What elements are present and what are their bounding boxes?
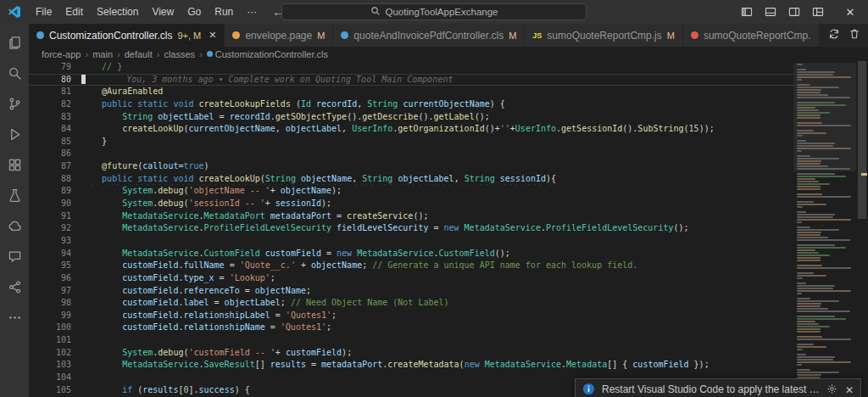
line-number[interactable]: 101	[29, 334, 81, 347]
code-line[interactable]: 88 public static void createLookUp(Strin…	[29, 173, 793, 186]
line-number[interactable]: 87	[29, 160, 81, 173]
code-line[interactable]: 86	[29, 148, 793, 160]
menu-go[interactable]: Go	[181, 3, 208, 20]
code-line[interactable]: 94 MetadataService.CustomField customFie…	[29, 248, 793, 260]
notification-close-icon[interactable]: ✕	[845, 384, 854, 396]
activity-salesforce-cloud-icon[interactable]	[0, 210, 29, 241]
line-number[interactable]: 98	[29, 297, 81, 310]
breadcrumb-item[interactable]: default	[125, 49, 153, 59]
activity-explorer-icon[interactable]	[0, 27, 29, 58]
line-number[interactable]: 105	[29, 384, 81, 397]
line-number[interactable]: 93	[29, 235, 81, 248]
code-line[interactable]: 101	[29, 334, 793, 347]
close-icon[interactable]: ✕	[839, 3, 861, 21]
breadcrumb-item[interactable]: classes	[164, 49, 195, 59]
code-line[interactable]: 92 MetadataService.ProfileFieldLevelSecu…	[29, 222, 793, 235]
code-line[interactable]: 103 MetadataService.SaveResult[] results…	[29, 359, 793, 372]
line-number[interactable]: 86	[29, 148, 81, 160]
line-number[interactable]: 96	[29, 272, 81, 285]
line-number[interactable]: 94	[29, 248, 81, 260]
line-number[interactable]: 92	[29, 222, 81, 235]
menu-run[interactable]: Run	[208, 3, 240, 20]
code-line[interactable]: 98 customField.label = objectLabel; // N…	[29, 297, 793, 310]
notification-settings-icon[interactable]	[826, 383, 837, 397]
tab-customizationcontroller-cls[interactable]: CustomizationController.cls9+, M✕	[29, 24, 225, 47]
scrollbar-thumb[interactable]	[858, 61, 866, 219]
breadcrumb-item[interactable]: CustomizationController.cls	[207, 49, 328, 59]
line-number[interactable]: 88	[29, 173, 81, 186]
activity-more-icon[interactable]	[0, 302, 29, 333]
menu-more[interactable]: ···	[240, 3, 264, 20]
tab-label: envelope.page	[245, 30, 312, 42]
code-line[interactable]: 84 createLookUp(currentObjectName, objec…	[29, 123, 793, 136]
toggle-panel-icon[interactable]	[760, 3, 782, 21]
tab-label: sumoQuoteReportCmp.	[704, 30, 811, 42]
line-number[interactable]: 95	[29, 260, 81, 272]
line-number[interactable]: 99	[29, 310, 81, 322]
code-line[interactable]: 87 @future(callout=true)	[29, 160, 793, 173]
line-number[interactable]: 90	[29, 198, 81, 210]
line-number[interactable]: 97	[29, 285, 81, 298]
line-content: // }	[81, 61, 793, 74]
minimap[interactable]	[793, 61, 856, 397]
breadcrumb-item[interactable]: main	[92, 49, 113, 59]
menu-file[interactable]: File	[29, 3, 58, 20]
line-number[interactable]: 104	[29, 372, 81, 384]
line-number[interactable]: 91	[29, 210, 81, 223]
line-number[interactable]: 89	[29, 185, 81, 198]
code-line[interactable]: 91 MetadataService.MetadataPort metadata…	[29, 210, 793, 223]
code-line[interactable]: 89 System.debug('objectName -- '+ object…	[29, 185, 793, 198]
line-number[interactable]: 102	[29, 347, 81, 360]
command-center-search[interactable]: QuotingToolAppExchange	[281, 3, 587, 20]
menu-view[interactable]: View	[145, 3, 181, 20]
code-line[interactable]: 100 customField.relationshipName = 'Quot…	[29, 322, 793, 334]
code-line[interactable]: 90 System.debug('sessionId -- '+ session…	[29, 198, 793, 210]
activity-run-debug-icon[interactable]	[0, 119, 29, 149]
breadcrumb-separator-icon: ›	[117, 49, 120, 59]
tab-sumoquotereportcmp-[interactable]: sumoQuoteReportCmp.	[683, 24, 820, 47]
code-line[interactable]: 96 customField.type_x = 'Lookup';	[29, 272, 793, 285]
code-line[interactable]: 93	[29, 235, 793, 248]
trash-icon[interactable]	[849, 28, 860, 42]
code-line[interactable]: 81 @AuraEnabled	[29, 86, 793, 98]
tab-quoteandinvoicepdfcontroller-cls[interactable]: quoteAndInvoicePdfController.clsM	[333, 24, 525, 47]
activity-remote-icon[interactable]	[0, 271, 29, 302]
code-line[interactable]: 85 }	[29, 136, 793, 148]
tab-envelope-page[interactable]: envelope.pageM	[225, 24, 333, 47]
code-line[interactable]: 80 You, 3 months ago • Complete work on …	[29, 74, 793, 87]
activity-source-control-icon[interactable]	[0, 88, 29, 119]
tab-close-icon[interactable]: ✕	[209, 30, 216, 41]
code-line[interactable]: 95 customField.fullName = 'Quote__c.' + …	[29, 260, 793, 272]
code-line[interactable]: 79 // }	[29, 61, 793, 74]
line-number[interactable]: 85	[29, 136, 81, 148]
line-number[interactable]: 83	[29, 111, 81, 124]
breadcrumb-item[interactable]: force-app	[42, 49, 81, 59]
code-line[interactable]: 83 String objectLabel = recordId.getSObj…	[29, 111, 793, 124]
line-number[interactable]: 80	[29, 74, 81, 87]
code-line[interactable]: 82 public static void createLookupFields…	[29, 98, 793, 111]
menu-selection[interactable]: Selection	[90, 3, 145, 20]
menu-edit[interactable]: Edit	[58, 3, 90, 20]
tab-sumoquotereportcmp-js[interactable]: JSsumoQuoteReportCmp.jsM	[525, 24, 683, 47]
line-number[interactable]: 100	[29, 322, 81, 334]
code-line[interactable]: 97 customField.referenceTo = objectName;	[29, 285, 793, 298]
toggle-secondary-sidebar-icon[interactable]	[783, 3, 805, 21]
line-number[interactable]: 81	[29, 86, 81, 98]
line-number[interactable]: 84	[29, 123, 81, 136]
customize-layout-icon[interactable]	[807, 3, 829, 21]
code-line[interactable]: 102 System.debug('customField -- '+ cust…	[29, 347, 793, 360]
activity-comments-icon[interactable]	[0, 241, 29, 271]
sync-icon[interactable]	[828, 28, 840, 42]
activity-testing-icon[interactable]	[0, 180, 29, 210]
file-type-icon	[232, 31, 240, 39]
editor-scrollbar[interactable]	[856, 61, 868, 397]
activity-extensions-icon[interactable]	[0, 149, 29, 180]
line-number[interactable]: 103	[29, 359, 81, 372]
activity-search-icon[interactable]	[0, 58, 29, 88]
code-line[interactable]: 99 customField.relationshipLabel = 'Quot…	[29, 310, 793, 322]
line-content: customField.relationshipName = 'Quotes1'…	[81, 322, 793, 334]
line-number[interactable]: 82	[29, 98, 81, 111]
line-number[interactable]: 79	[29, 61, 81, 74]
code-editor[interactable]: 79 // }80 You, 3 months ago • Complete w…	[29, 61, 793, 397]
toggle-sidebar-icon[interactable]	[736, 3, 758, 21]
